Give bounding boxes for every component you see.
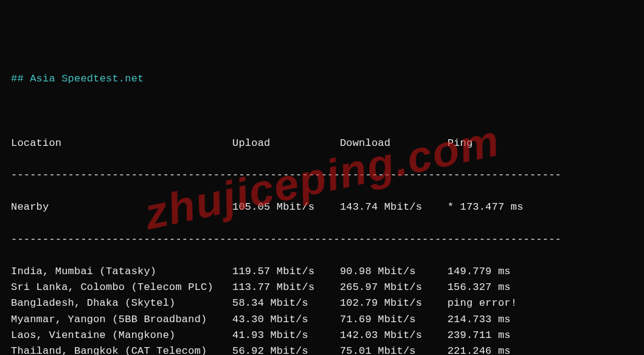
table-row: Bangladesh, Dhaka (Skytel) 58.34 Mbit/s … xyxy=(11,295,633,311)
table-row: India, Mumbai (Tatasky) 119.57 Mbit/s 90… xyxy=(11,264,633,280)
title-hash: ## xyxy=(11,73,24,84)
nearby-row: Nearby 105.05 Mbit/s 143.74 Mbit/s * 173… xyxy=(11,199,633,215)
divider-mid: ----------------------------------------… xyxy=(11,232,633,247)
divider-top: ----------------------------------------… xyxy=(11,167,633,183)
table-row: Myanmar, Yangon (5BB Broadband) 43.30 Mb… xyxy=(11,312,633,328)
header-row: Location Upload Download Ping xyxy=(11,136,633,151)
table-row: Thailand, Bangkok (CAT Telecom) 56.92 Mb… xyxy=(11,343,633,355)
table-body: India, Mumbai (Tatasky) 119.57 Mbit/s 90… xyxy=(11,264,633,356)
table-row: Sri Lanka, Colombo (Telecom PLC) 113.77 … xyxy=(11,280,633,295)
table-row: Laos, Vientaine (Mangkone) 41.93 Mbit/s … xyxy=(11,328,633,343)
title-text: Asia Speedtest.net xyxy=(24,73,144,84)
blank-line xyxy=(11,103,633,119)
section-title: ## Asia Speedtest.net xyxy=(11,71,633,87)
